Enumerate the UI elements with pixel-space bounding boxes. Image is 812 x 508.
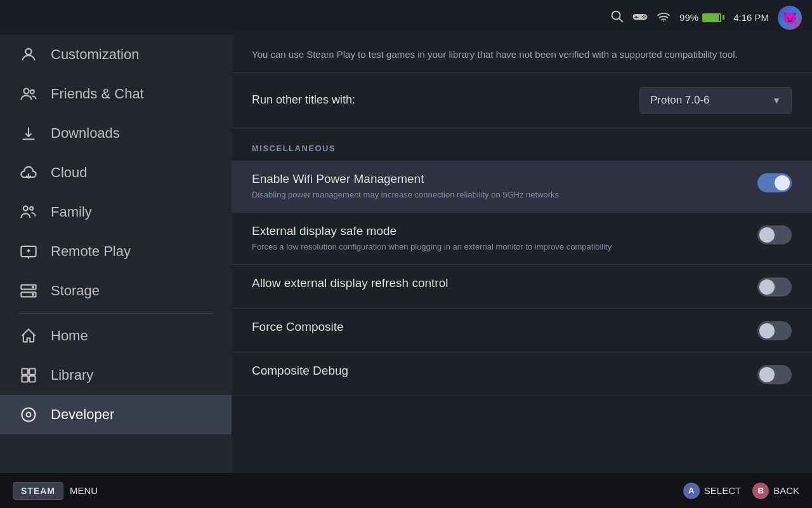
steam-menu: STEAM MENU: [13, 482, 98, 500]
sidebar-item-label: Home: [51, 328, 88, 344]
sidebar-item-label: Customization: [51, 46, 139, 63]
setting-title-force-composite: Force Composite: [252, 320, 745, 334]
library-icon: [18, 364, 39, 386]
setting-text-force-composite: Force Composite: [252, 320, 745, 337]
sidebar-item-developer[interactable]: Developer: [0, 395, 232, 434]
setting-desc-external-display-safe: Forces a low resolution configuration wh…: [252, 241, 745, 253]
main-layout: Customization Friends & Chat: [0, 35, 812, 473]
wifi-icon: [657, 10, 671, 25]
svg-point-9: [663, 20, 664, 22]
toggle-force-composite[interactable]: [757, 321, 792, 340]
toggle-composite-debug[interactable]: [757, 365, 792, 384]
back-label: BACK: [773, 485, 799, 496]
battery-percent: 99%: [679, 12, 698, 23]
setting-text-external-display-refresh: Allow external display refresh control: [252, 276, 745, 293]
search-icon[interactable]: [610, 9, 624, 26]
sidebar-item-label: Family: [51, 204, 92, 220]
back-button-area[interactable]: B BACK: [752, 483, 799, 499]
select-button-area[interactable]: A SELECT: [683, 483, 741, 499]
sidebar-divider: [18, 313, 214, 314]
miscellaneous-header: MISCELLANEOUS: [232, 128, 812, 161]
toggle-track-composite-debug: [757, 365, 792, 384]
sidebar-item-label: Downloads: [51, 125, 120, 142]
top-bar-icons: 99% 4:16 PM 😈: [610, 6, 802, 30]
sidebar-item-downloads[interactable]: Downloads: [0, 114, 232, 153]
battery-area: 99%: [679, 12, 724, 23]
menu-label: MENU: [70, 485, 98, 496]
steam-button[interactable]: STEAM: [13, 482, 63, 500]
svg-point-6: [643, 17, 645, 18]
developer-icon: [18, 404, 39, 425]
cloud-icon: [18, 162, 39, 184]
setting-text-wifi-power: Enable Wifi Power ManagementDisabling po…: [252, 172, 745, 201]
svg-rect-24: [29, 369, 35, 375]
run-other-titles-row: Run other titles with: Proton 7.0-6 ▼: [232, 73, 812, 128]
toggle-knob-composite-debug: [759, 367, 775, 382]
sidebar-item-label: Library: [51, 367, 93, 384]
svg-point-12: [30, 90, 34, 94]
toggle-track-external-display-safe: [757, 225, 792, 244]
toggle-wifi-power[interactable]: [757, 173, 792, 192]
sidebar-item-cloud[interactable]: Cloud: [0, 153, 232, 192]
setting-row-force-composite[interactable]: Force Composite: [232, 309, 812, 352]
svg-point-27: [22, 408, 36, 422]
toggle-knob-external-display-safe: [759, 227, 775, 243]
toggle-knob-wifi-power: [775, 175, 790, 190]
toggle-knob-force-composite: [759, 323, 775, 338]
svg-line-1: [619, 18, 622, 22]
toggle-external-display-safe[interactable]: [757, 225, 792, 244]
sidebar-item-customization[interactable]: Customization: [0, 35, 232, 74]
setting-title-external-display-refresh: Allow external display refresh control: [252, 276, 745, 290]
sidebar-item-family[interactable]: Family: [0, 192, 232, 232]
setting-row-wifi-power[interactable]: Enable Wifi Power ManagementDisabling po…: [232, 161, 812, 213]
svg-rect-23: [22, 369, 28, 375]
clock: 4:16 PM: [733, 12, 769, 23]
toggle-track-external-display-refresh: [757, 277, 792, 297]
svg-point-28: [27, 413, 31, 417]
toggle-track-wifi-power: [757, 173, 792, 192]
home-icon: [18, 325, 39, 347]
setting-text-composite-debug: Composite Debug: [252, 364, 745, 381]
avatar[interactable]: 😈: [778, 6, 802, 30]
setting-row-external-display-refresh[interactable]: Allow external display refresh control: [232, 265, 812, 309]
remote-play-icon: [18, 241, 39, 262]
customization-icon: [18, 44, 39, 65]
sidebar-item-label: Remote Play: [51, 243, 131, 260]
svg-point-14: [23, 206, 28, 211]
a-button: A: [683, 483, 700, 499]
sidebar-item-remote-play[interactable]: Remote Play: [0, 232, 232, 271]
battery-icon: [702, 13, 724, 22]
svg-point-10: [25, 49, 31, 55]
setting-row-composite-debug[interactable]: Composite Debug: [232, 352, 812, 396]
b-button: B: [752, 483, 769, 499]
svg-rect-4: [634, 17, 638, 18]
controller-icon[interactable]: [632, 10, 648, 25]
section-intro: You can use Steam Play to test games in …: [232, 35, 812, 73]
setting-row-external-display-safe[interactable]: External display safe modeForces a low r…: [232, 213, 812, 265]
chevron-down-icon: ▼: [772, 95, 781, 105]
storage-icon: [18, 280, 39, 302]
bottom-bar: STEAM MENU A SELECT B BACK: [0, 473, 812, 508]
downloads-icon: [18, 123, 39, 144]
sidebar-item-label: Storage: [51, 283, 100, 299]
sidebar-item-friends-chat[interactable]: Friends & Chat: [0, 74, 232, 114]
top-bar: 99% 4:16 PM 😈: [0, 0, 812, 35]
svg-point-21: [32, 286, 34, 288]
settings-container: Enable Wifi Power ManagementDisabling po…: [232, 161, 812, 396]
sidebar: Customization Friends & Chat: [0, 35, 232, 473]
svg-rect-26: [29, 376, 35, 382]
svg-point-5: [642, 16, 643, 17]
sidebar-item-storage[interactable]: Storage: [0, 271, 232, 311]
proton-version-dropdown[interactable]: Proton 7.0-6 ▼: [639, 87, 792, 114]
setting-text-external-display-safe: External display safe modeForces a low r…: [252, 224, 745, 253]
sidebar-item-home[interactable]: Home: [0, 316, 232, 356]
sidebar-item-label: Friends & Chat: [51, 86, 144, 102]
svg-point-8: [645, 16, 646, 17]
svg-point-11: [23, 88, 29, 93]
intro-text: You can use Steam Play to test games in …: [252, 49, 738, 60]
setting-title-wifi-power: Enable Wifi Power Management: [252, 172, 745, 186]
toggle-external-display-refresh[interactable]: [757, 277, 792, 297]
run-other-titles-label: Run other titles with:: [252, 93, 355, 107]
sidebar-item-library[interactable]: Library: [0, 356, 232, 395]
friends-icon: [18, 83, 39, 105]
